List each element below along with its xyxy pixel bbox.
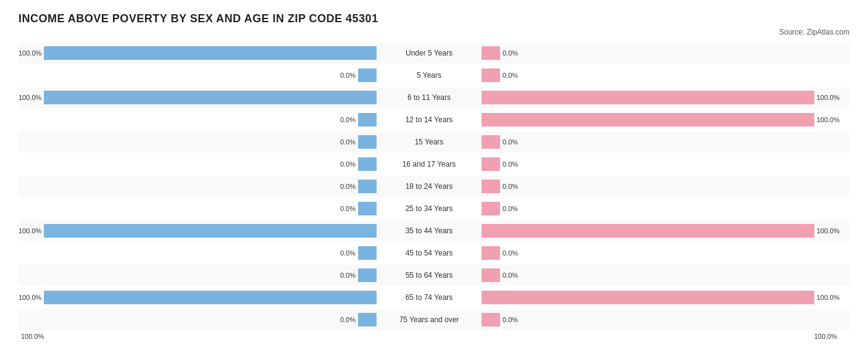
left-bar-container: 100.0%	[19, 287, 377, 308]
right-bar-container: 100.0%	[482, 87, 840, 108]
age-label: 5 Years	[377, 71, 482, 80]
right-bar-container: 100.0%	[482, 220, 840, 241]
right-bar-container: 0.0%	[482, 243, 840, 264]
right-bar-container: 100.0%	[482, 287, 840, 308]
male-bar	[358, 69, 377, 82]
female-zero-label: 0.0%	[503, 205, 518, 212]
age-label: 65 to 74 Years	[377, 293, 482, 302]
chart-row: 0.0%55 to 64 Years0.0%	[19, 265, 849, 286]
female-bar	[482, 91, 814, 104]
left-bar-container: 0.0%	[19, 131, 377, 152]
chart-row: 100.0%35 to 44 Years100.0%	[19, 220, 849, 241]
male-bar	[358, 113, 377, 127]
male-bar	[358, 268, 377, 282]
female-bar	[482, 135, 500, 149]
source-text: Source: ZipAtlas.com	[19, 28, 849, 36]
right-bar-container: 0.0%	[482, 43, 840, 64]
chart-title: INCOME ABOVE POVERTY BY SEX AND AGE IN Z…	[19, 12, 849, 25]
chart-row: 0.0%25 to 34 Years0.0%	[19, 198, 849, 219]
left-bar-container: 100.0%	[19, 87, 377, 108]
female-bar	[482, 246, 500, 260]
left-bar-container: 0.0%	[19, 243, 377, 264]
right-bar-container: 0.0%	[482, 198, 840, 219]
female-bar	[482, 157, 500, 171]
female-bar	[482, 180, 500, 193]
left-bar-container: 0.0%	[19, 154, 377, 175]
right-bar-container: 100.0%	[482, 109, 840, 130]
female-bar	[482, 268, 500, 282]
male-zero-label: 0.0%	[340, 316, 356, 323]
left-bar-container: 100.0%	[19, 43, 377, 64]
female-bar	[482, 202, 500, 215]
age-label: 18 to 24 Years	[377, 182, 482, 191]
age-label: 75 Years and over	[377, 315, 482, 324]
left-bar-container: 100.0%	[19, 220, 377, 241]
age-label: 45 to 54 Years	[377, 249, 482, 257]
female-zero-label: 0.0%	[503, 272, 518, 279]
male-zero-label: 0.0%	[340, 183, 356, 190]
female-zero-label: 0.0%	[503, 49, 518, 57]
chart-row: 0.0%15 Years0.0%	[19, 131, 849, 152]
male-value-label: 100.0%	[19, 227, 41, 235]
chart-row: 100.0%65 to 74 Years100.0%	[19, 287, 849, 308]
chart-row: 0.0%75 Years and over0.0%	[19, 309, 849, 330]
age-label: 12 to 14 Years	[377, 115, 482, 124]
male-bar	[358, 246, 377, 260]
left-bar-container: 0.0%	[19, 309, 377, 330]
age-label: Under 5 Years	[377, 49, 482, 57]
male-bar	[358, 135, 377, 149]
female-zero-label: 0.0%	[503, 72, 518, 79]
male-bar	[358, 313, 377, 326]
age-label: 25 to 34 Years	[377, 204, 482, 213]
age-label: 35 to 44 Years	[377, 227, 482, 235]
chart-row: 100.0%Under 5 Years0.0%	[19, 43, 849, 64]
right-bar-container: 0.0%	[482, 309, 840, 330]
male-zero-label: 0.0%	[340, 138, 356, 146]
female-value-label: 100.0%	[817, 294, 840, 301]
male-bar	[44, 46, 377, 60]
male-zero-label: 0.0%	[340, 249, 356, 257]
female-zero-label: 0.0%	[503, 316, 518, 323]
right-bar-container: 0.0%	[482, 176, 840, 197]
chart-area: 100.0%Under 5 Years0.0%0.0%5 Years0.0%10…	[19, 43, 849, 330]
left-bar-container: 0.0%	[19, 65, 377, 86]
bottom-left-label: 100.0%	[19, 333, 377, 340]
chart-row: 0.0%5 Years0.0%	[19, 65, 849, 86]
female-value-label: 100.0%	[817, 94, 840, 101]
right-bar-container: 0.0%	[482, 265, 840, 286]
male-zero-label: 0.0%	[340, 72, 356, 79]
chart-row: 0.0%18 to 24 Years0.0%	[19, 176, 849, 197]
age-label: 55 to 64 Years	[377, 271, 482, 280]
male-bar	[44, 291, 377, 304]
male-zero-label: 0.0%	[340, 116, 356, 123]
left-bar-container: 0.0%	[19, 265, 377, 286]
male-bar	[44, 224, 377, 238]
chart-row: 0.0%12 to 14 Years100.0%	[19, 109, 849, 130]
age-label: 16 and 17 Years	[377, 160, 482, 168]
male-value-label: 100.0%	[19, 294, 41, 301]
chart-row: 0.0%45 to 54 Years0.0%	[19, 243, 849, 264]
male-bar	[358, 180, 377, 193]
female-bar	[482, 313, 500, 326]
female-zero-label: 0.0%	[503, 160, 518, 168]
male-zero-label: 0.0%	[340, 160, 356, 168]
right-bar-container: 0.0%	[482, 65, 840, 86]
male-zero-label: 0.0%	[340, 272, 356, 279]
female-bar	[482, 224, 814, 238]
bottom-right-label: 100.0%	[482, 333, 840, 340]
chart-row: 100.0%6 to 11 Years100.0%	[19, 87, 849, 108]
left-bar-container: 0.0%	[19, 176, 377, 197]
male-bar	[358, 157, 377, 171]
age-label: 15 Years	[377, 138, 482, 146]
left-bar-container: 0.0%	[19, 109, 377, 130]
left-bar-container: 0.0%	[19, 198, 377, 219]
male-bar	[358, 202, 377, 215]
female-value-label: 100.0%	[817, 116, 840, 123]
female-bar	[482, 46, 500, 60]
female-zero-label: 0.0%	[503, 183, 518, 190]
male-bar	[44, 91, 377, 104]
female-bar	[482, 69, 500, 82]
female-zero-label: 0.0%	[503, 138, 518, 146]
female-bar	[482, 291, 814, 304]
male-value-label: 100.0%	[19, 49, 41, 57]
